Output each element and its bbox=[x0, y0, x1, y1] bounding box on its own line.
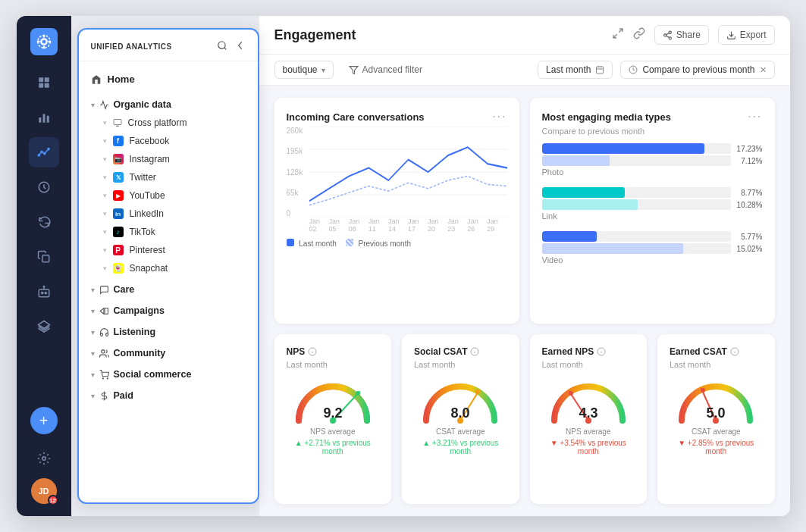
compare-icon bbox=[629, 65, 638, 74]
svg-rect-8 bbox=[46, 116, 49, 123]
sidebar-item-cross-platform[interactable]: ▾ Cross platform bbox=[79, 114, 258, 132]
bar-track-video-prev bbox=[542, 243, 731, 254]
sidebar-collapse-icon[interactable] bbox=[235, 40, 246, 53]
svg-point-28 bbox=[102, 377, 103, 378]
legend-previous-month: Previous month bbox=[346, 239, 411, 248]
export-button[interactable]: Export bbox=[718, 25, 775, 45]
sidebar-section-organic-data-header[interactable]: ▾ Organic data bbox=[79, 95, 258, 114]
listening-label: Listening bbox=[114, 327, 156, 337]
boutique-filter[interactable]: boutique ▾ bbox=[274, 61, 334, 79]
bar-chart-menu-icon[interactable]: ··· bbox=[748, 110, 762, 124]
rail-layers-icon[interactable] bbox=[29, 311, 59, 342]
link-icon[interactable] bbox=[633, 27, 645, 42]
sidebar-section-social-commerce-header[interactable]: ▾ Social commerce bbox=[79, 365, 258, 383]
sidebar-item-instagram[interactable]: ▾ 📷 Instagram bbox=[79, 150, 258, 168]
main-content: Engagement bbox=[259, 16, 790, 516]
main-header: Engagement bbox=[259, 16, 790, 55]
user-avatar[interactable]: JD 12 bbox=[31, 478, 57, 504]
nps-gauge-container: 9.2 bbox=[287, 375, 380, 424]
twitter-icon: 𝕏 bbox=[113, 172, 124, 183]
gauge-row: NPS Last month bbox=[274, 334, 775, 504]
social-commerce-chevron-icon: ▾ bbox=[91, 371, 95, 379]
rail-bot-icon[interactable] bbox=[29, 277, 59, 307]
x-label-4: Jan 14 bbox=[388, 217, 408, 233]
bar-row-video-prev: 15.02% bbox=[542, 243, 763, 254]
expand-icon[interactable] bbox=[612, 27, 624, 42]
earned-nps-subtitle: Last month bbox=[542, 360, 635, 369]
sidebar-home-item[interactable]: Home bbox=[79, 67, 258, 91]
bar-pct-photo-current: 17.23% bbox=[735, 145, 763, 153]
svg-text:8.0: 8.0 bbox=[451, 405, 470, 421]
sidebar-section-care: ▾ Care bbox=[79, 279, 258, 300]
bar-fill-link-prev-hatch bbox=[542, 199, 638, 210]
boutique-filter-arrow-icon: ▾ bbox=[321, 66, 325, 74]
youtube-label: YouTube bbox=[130, 190, 165, 201]
svg-point-63 bbox=[475, 390, 480, 394]
bar-fill-link-current bbox=[542, 187, 626, 198]
x-label-5: Jan 17 bbox=[408, 217, 428, 233]
sidebar-section-listening-header[interactable]: ▾ Listening bbox=[79, 323, 258, 341]
line-chart-svg-container bbox=[309, 127, 507, 217]
line-chart-menu-icon[interactable]: ··· bbox=[492, 110, 506, 124]
rail-line-chart-icon[interactable] bbox=[29, 137, 59, 167]
sidebar-section-community-header[interactable]: ▾ Community bbox=[79, 344, 258, 362]
rail-grid-icon[interactable] bbox=[29, 67, 59, 98]
earned-nps-gauge-header: Earned NPS bbox=[542, 346, 635, 357]
sidebar-item-youtube[interactable]: ▾ ▶ YouTube bbox=[79, 186, 258, 205]
share-label: Share bbox=[676, 30, 701, 40]
sidebar-section-paid-header[interactable]: ▾ Paid bbox=[79, 386, 258, 405]
sidebar-item-tiktok[interactable]: ▾ ♪ TikTok bbox=[79, 223, 258, 241]
sidebar-section-paid: ▾ Paid bbox=[79, 385, 258, 406]
sidebar-section-care-header[interactable]: ▾ Care bbox=[79, 280, 258, 299]
bar-track-photo-prev bbox=[542, 155, 731, 166]
line-chart-svg bbox=[309, 127, 507, 217]
snapchat-label: Snapchat bbox=[130, 263, 168, 274]
compare-filter[interactable]: Compare to previous month ✕ bbox=[620, 61, 774, 79]
sidebar-nav: Home ▾ Organic data ▾ bbox=[79, 61, 258, 502]
sidebar-header-actions bbox=[217, 40, 246, 53]
bar-chart-card: Most engaging media types ··· Compare to… bbox=[530, 98, 775, 324]
rail-add-button[interactable]: + bbox=[30, 407, 58, 434]
sidebar-section-listening: ▾ Listening bbox=[79, 321, 258, 343]
advanced-filter-button[interactable]: Advanced filter bbox=[341, 61, 430, 78]
social-csat-gauge-card: Social CSAT Last month bbox=[402, 334, 519, 504]
calendar-icon bbox=[595, 65, 604, 74]
sidebar-item-twitter[interactable]: ▾ 𝕏 Twitter bbox=[79, 168, 258, 186]
svg-point-29 bbox=[107, 377, 108, 378]
bar-fill-video-current bbox=[542, 231, 597, 242]
sidebar-section-campaigns-header[interactable]: ▾ Campaigns bbox=[79, 302, 258, 320]
svg-point-70 bbox=[569, 391, 573, 396]
rail-settings-icon[interactable] bbox=[29, 443, 59, 474]
app-logo[interactable] bbox=[30, 28, 58, 55]
line-chart-legend: Last month Previous month bbox=[287, 239, 507, 248]
rail-refresh-icon[interactable] bbox=[29, 207, 59, 237]
sidebar-item-facebook[interactable]: ▾ f Facebook bbox=[79, 132, 258, 150]
earned-nps-gauge-container: 4.3 bbox=[542, 375, 635, 424]
svg-point-77 bbox=[701, 388, 705, 393]
svg-text:4.3: 4.3 bbox=[579, 405, 597, 421]
boutique-filter-label: boutique bbox=[283, 64, 318, 75]
compare-filter-close-icon[interactable]: ✕ bbox=[760, 65, 767, 75]
sidebar-item-pinterest[interactable]: ▾ P Pinterest bbox=[79, 241, 258, 259]
sidebar-item-linkedin[interactable]: ▾ in LinkedIn bbox=[79, 205, 258, 223]
instagram-chevron-icon: ▾ bbox=[103, 155, 107, 163]
sidebar-item-snapchat[interactable]: ▾ 👻 Snapchat bbox=[79, 259, 258, 277]
y-label-0: 0 bbox=[287, 209, 303, 217]
rail-clock-icon[interactable] bbox=[29, 172, 59, 202]
share-button[interactable]: Share bbox=[654, 25, 709, 45]
snapchat-chevron-icon: ▾ bbox=[103, 264, 107, 272]
nps-subtitle: Last month bbox=[287, 360, 380, 369]
line-chart-title: Incoming Care conversations bbox=[287, 111, 425, 123]
svg-rect-40 bbox=[597, 67, 604, 74]
earned-csat-average-label: CSAT average bbox=[670, 427, 763, 436]
y-label-1: 65k bbox=[287, 189, 303, 197]
rail-copy-icon[interactable] bbox=[29, 242, 59, 272]
sidebar-search-icon[interactable] bbox=[217, 40, 227, 53]
bar-chart-subtitle: Compare to previous month bbox=[542, 127, 763, 136]
earned-csat-info-icon bbox=[730, 347, 739, 356]
youtube-icon: ▶ bbox=[113, 190, 124, 201]
rail-bar-chart-icon[interactable] bbox=[29, 102, 59, 133]
date-filter[interactable]: Last month bbox=[538, 61, 613, 79]
social-commerce-label: Social commerce bbox=[114, 369, 192, 380]
svg-point-27 bbox=[101, 349, 104, 352]
